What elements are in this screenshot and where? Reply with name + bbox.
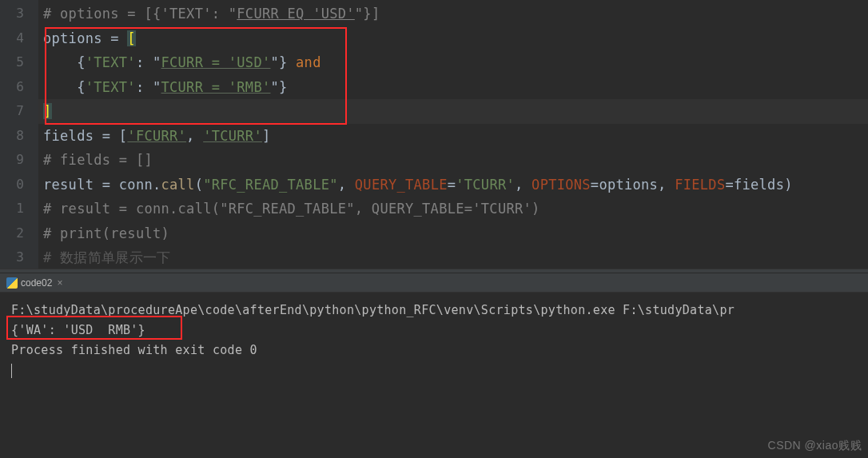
python-icon [6, 277, 18, 289]
run-tab-label: code02 [21, 277, 52, 289]
line-number: 0 [0, 173, 24, 197]
code-line[interactable]: ] [38, 99, 868, 124]
code-line[interactable]: # options = [{'TEXT': "FCURR EQ 'USD'"}] [38, 2, 868, 26]
code-line[interactable]: options = [ [38, 26, 868, 51]
code-editor[interactable]: 3 4 5 6 7 8 9 0 1 2 3 # options = [{'TEX… [0, 0, 868, 269]
run-console[interactable]: F:\studyData\procedureApe\code\afterEnd\… [0, 293, 868, 458]
line-number: 2 [0, 221, 24, 246]
code-line[interactable]: # fields = [] [38, 148, 868, 173]
code-content[interactable]: # options = [{'TEXT': "FCURR EQ 'USD'"}]… [38, 0, 868, 269]
line-number: 8 [0, 124, 24, 149]
line-number: 5 [0, 50, 24, 75]
line-number: 3 [0, 245, 24, 269]
line-number: 4 [0, 26, 24, 51]
line-number-gutter: 3 4 5 6 7 8 9 0 1 2 3 [0, 0, 38, 269]
line-number: 1 [0, 197, 24, 221]
line-number: 6 [0, 75, 24, 100]
code-line[interactable]: {'TEXT': "FCURR = 'USD'"} and [38, 50, 868, 75]
line-number: 7 [0, 99, 24, 124]
code-line[interactable]: # result = conn.call("RFC_READ_TABLE", Q… [38, 197, 868, 221]
watermark: CSDN @xiao贱贱 [768, 439, 862, 453]
run-tab-code02[interactable]: code02 × [0, 273, 69, 292]
code-line[interactable]: result = conn.call("RFC_READ_TABLE", QUE… [38, 173, 868, 197]
code-line[interactable]: fields = ['FCURR', 'TCURR'] [38, 124, 868, 149]
code-line[interactable]: # 数据简单展示一下 [38, 245, 868, 269]
console-line: F:\studyData\procedureApe\code\afterEnd\… [11, 301, 857, 321]
close-icon[interactable]: × [57, 277, 62, 289]
code-line[interactable]: # print(result) [38, 221, 868, 246]
line-number: 3 [0, 2, 24, 26]
tool-window-tabs: code02 × [0, 273, 868, 293]
code-line[interactable]: {'TEXT': "TCURR = 'RMB'"} [38, 75, 868, 100]
console-exit-line: Process finished with exit code 0 [11, 341, 857, 360]
console-output-line: {'WA': 'USD RMB'} [11, 321, 857, 341]
line-number: 9 [0, 148, 24, 173]
text-cursor [11, 364, 12, 378]
console-cursor-line [11, 360, 857, 380]
